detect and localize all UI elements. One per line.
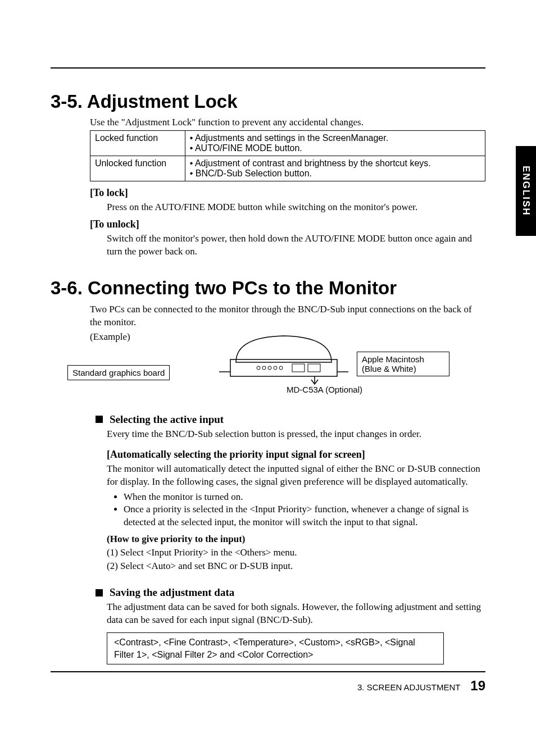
svg-point-1 (257, 366, 260, 370)
locked-function-label: Locked function (90, 131, 185, 156)
list-item: Once a priority is selected in the <Inpu… (124, 503, 485, 529)
square-bullet-icon (96, 416, 103, 423)
step-1: (1) Select <Input Priority> in the <Othe… (107, 547, 485, 558)
saving-data-heading: Saving the adjustment data (96, 586, 485, 599)
section-35-title: 3-5. Adjustment Lock (51, 91, 485, 112)
auto-select-heading: [Automatically selecting the priority in… (107, 449, 485, 461)
to-unlock-heading: [To unlock] (90, 218, 485, 230)
bottom-rule (51, 671, 485, 672)
square-bullet-icon (96, 589, 103, 596)
step-2: (2) Select <Auto> and set BNC or D-SUB i… (107, 561, 485, 572)
diagram-label-right: Apple Macintosh (Blue & White) (357, 352, 449, 376)
selecting-input-body: Every time the BNC/D-Sub selection butto… (107, 428, 485, 441)
how-to-heading: (How to give priority to the input) (107, 534, 485, 545)
svg-rect-6 (292, 364, 305, 372)
to-lock-body: Press on the AUTO/FINE MODE button while… (107, 201, 485, 214)
selecting-input-heading: Selecting the active input (96, 413, 485, 426)
list-item: When the monitor is turned on. (124, 491, 485, 504)
table-row: Locked function • Adjustments and settin… (90, 131, 485, 156)
page-content: 3-5. Adjustment Lock Use the "Adjustment… (0, 0, 536, 664)
section-36-intro: Two PCs can be connected to the monitor … (90, 303, 485, 329)
svg-point-2 (262, 366, 266, 370)
to-lock-heading: [To lock] (90, 187, 485, 199)
connection-diagram: Standard graphics board Apple Macintosh … (51, 331, 485, 399)
diagram-label-optional: MD-C53A (Optional) (287, 385, 362, 394)
section-36-title: 3-6. Connecting two PCs to the Monitor (51, 277, 485, 299)
saved-settings-box: <Contrast>, <Fine Contrast>, <Temperatur… (107, 632, 444, 664)
svg-rect-7 (308, 364, 320, 372)
footer-page-number: 19 (470, 678, 485, 693)
unlocked-function-label: Unlocked function (90, 156, 185, 181)
auto-select-list: When the monitor is turned on. Once a pr… (124, 491, 485, 530)
selecting-input-title: Selecting the active input (110, 413, 224, 426)
footer-section: 3. SCREEN ADJUSTMENT (357, 682, 460, 692)
language-tab-label: ENGLISH (520, 166, 532, 216)
svg-point-3 (268, 366, 271, 370)
monitor-icon (219, 331, 348, 388)
svg-point-4 (274, 366, 277, 370)
auto-select-body: The monitor will automatically detect th… (107, 463, 485, 489)
language-tab: ENGLISH (516, 146, 536, 236)
unlocked-function-desc: • Adjustment of contrast and brightness … (185, 156, 485, 181)
section-35-intro: Use the "Adjustment Lock" function to pr… (90, 117, 485, 128)
saving-data-title: Saving the adjustment data (110, 586, 234, 599)
lock-functions-table: Locked function • Adjustments and settin… (90, 130, 485, 181)
diagram-label-left: Standard graphics board (67, 365, 170, 380)
page-footer: 3. SCREEN ADJUSTMENT 19 (0, 678, 536, 694)
svg-point-5 (279, 366, 283, 370)
top-rule (51, 67, 485, 69)
saving-data-body: The adjustment data can be saved for bot… (107, 601, 485, 627)
locked-function-desc: • Adjustments and settings in the Screen… (185, 131, 485, 156)
to-unlock-body: Switch off the monitor's power, then hol… (107, 233, 485, 258)
table-row: Unlocked function • Adjustment of contra… (90, 156, 485, 181)
